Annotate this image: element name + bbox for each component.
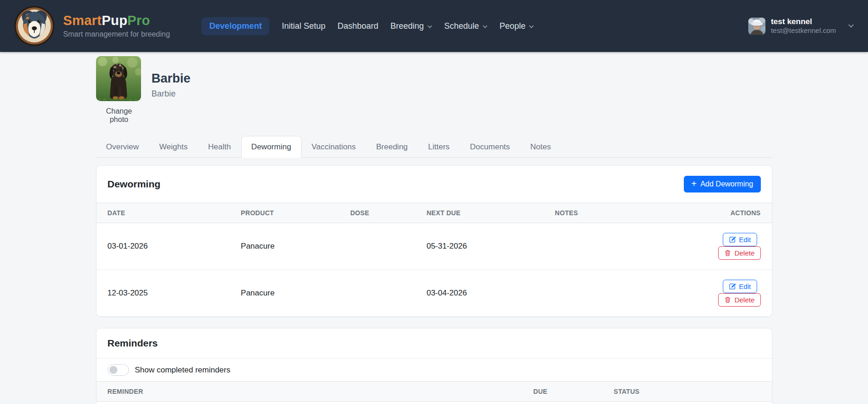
deworming-table: DATE PRODUCT DOSE NEXT DUE NOTES ACTIONS… bbox=[96, 203, 772, 316]
cell-product: Panacure bbox=[241, 270, 350, 317]
deworming-card-header: Deworming + Add Deworming bbox=[96, 166, 772, 203]
edit-label: Edit bbox=[739, 236, 751, 244]
user-avatar bbox=[748, 18, 765, 35]
nav-item-label: People bbox=[500, 21, 526, 31]
nav-item-label: Initial Setup bbox=[282, 21, 325, 31]
reminders-table: REMINDER DUE STATUS bbox=[96, 381, 772, 402]
deworming-row: 03-01-2026 Panacure 05-31-2026 Edit Dele… bbox=[96, 223, 772, 270]
deworming-title: Deworming bbox=[108, 179, 161, 190]
cell-date: 03-01-2026 bbox=[96, 223, 241, 270]
col-actions: ACTIONS bbox=[685, 203, 772, 223]
tab-deworming[interactable]: Deworming bbox=[241, 136, 302, 158]
edit-button[interactable]: Edit bbox=[723, 233, 757, 246]
tab-overview[interactable]: Overview bbox=[96, 136, 149, 158]
add-deworming-label: Add Deworming bbox=[701, 180, 753, 188]
brand-tagline: Smart management for breeding bbox=[63, 30, 170, 38]
tab-weights[interactable]: Weights bbox=[149, 136, 198, 158]
delete-label: Delete bbox=[734, 249, 754, 257]
brand-part-pup: Pup bbox=[102, 13, 127, 28]
brand[interactable]: SmartPupPro Smart management for breedin… bbox=[14, 6, 170, 46]
user-name: test kennel bbox=[771, 17, 836, 26]
deworming-header-row: DATE PRODUCT DOSE NEXT DUE NOTES ACTIONS bbox=[96, 203, 772, 223]
pet-subtitle: Barbie bbox=[152, 89, 191, 99]
pet-profile-header: Change photo Barbie Barbie bbox=[96, 56, 772, 124]
pet-name-block: Barbie Barbie bbox=[152, 56, 191, 124]
deworming-card: Deworming + Add Deworming DATE PRODUCT D… bbox=[96, 165, 772, 317]
cell-actions: Edit Delete bbox=[685, 223, 772, 270]
tab-litters[interactable]: Litters bbox=[418, 136, 460, 158]
add-deworming-button[interactable]: + Add Deworming bbox=[684, 176, 761, 192]
reminders-card-header: Reminders bbox=[96, 328, 772, 359]
tab-documents[interactable]: Documents bbox=[460, 136, 520, 158]
cell-next-due: 05-31-2026 bbox=[426, 223, 555, 270]
nav-item-label: Breeding bbox=[391, 21, 424, 31]
delete-button[interactable]: Delete bbox=[718, 293, 760, 307]
cell-dose bbox=[350, 270, 427, 317]
edit-button[interactable]: Edit bbox=[723, 280, 757, 293]
top-navbar: SmartPupPro Smart management for breedin… bbox=[0, 0, 868, 52]
nav-item-label: Dashboard bbox=[337, 21, 378, 31]
brand-name: SmartPupPro bbox=[63, 13, 170, 28]
reminders-header-row: REMINDER DUE STATUS bbox=[96, 382, 772, 402]
col-next-due: NEXT DUE bbox=[426, 203, 555, 223]
edit-label: Edit bbox=[739, 282, 751, 290]
pet-tabs: Overview Weights Health Deworming Vaccin… bbox=[96, 135, 772, 158]
tab-vaccinations[interactable]: Vaccinations bbox=[302, 136, 366, 158]
user-menu[interactable]: test kennel test@testkennel.com bbox=[748, 17, 854, 35]
cell-dose bbox=[350, 223, 427, 270]
col-due: DUE bbox=[534, 382, 614, 402]
pet-photo-column: Change photo bbox=[96, 56, 142, 124]
pencil-square-icon bbox=[729, 283, 736, 290]
nav-menu: Development Initial Setup Dashboard Bree… bbox=[201, 17, 534, 35]
chevron-down-icon bbox=[529, 25, 534, 28]
reminders-toggle-row: Show completed reminders bbox=[96, 359, 772, 381]
pet-photo bbox=[96, 56, 141, 101]
trash-icon bbox=[724, 250, 731, 257]
col-notes: NOTES bbox=[555, 203, 685, 223]
brand-part-smart: Smart bbox=[63, 13, 102, 28]
chevron-down-icon bbox=[427, 25, 432, 28]
reminders-title: Reminders bbox=[108, 338, 761, 349]
show-completed-label: Show completed reminders bbox=[135, 366, 231, 375]
environment-badge: Development bbox=[201, 17, 270, 35]
change-photo-button[interactable]: Change photo bbox=[96, 107, 142, 124]
user-texts: test kennel test@testkennel.com bbox=[771, 17, 836, 35]
delete-label: Delete bbox=[734, 296, 754, 304]
brand-text: SmartPupPro Smart management for breedin… bbox=[63, 13, 170, 38]
tab-notes[interactable]: Notes bbox=[520, 136, 561, 158]
chevron-down-icon bbox=[482, 25, 488, 28]
tab-breeding[interactable]: Breeding bbox=[366, 136, 418, 158]
tab-health[interactable]: Health bbox=[198, 136, 241, 158]
nav-item-schedule[interactable]: Schedule bbox=[444, 21, 488, 31]
trash-icon bbox=[724, 296, 731, 303]
brand-part-pro: Pro bbox=[128, 13, 150, 28]
col-date: DATE bbox=[96, 203, 241, 223]
pencil-square-icon bbox=[729, 236, 736, 243]
reminders-empty-body bbox=[96, 402, 772, 404]
nav-item-people[interactable]: People bbox=[500, 21, 534, 31]
delete-button[interactable]: Delete bbox=[718, 246, 760, 260]
cell-date: 12-03-2025 bbox=[96, 270, 241, 317]
col-reminder: REMINDER bbox=[96, 382, 534, 402]
nav-item-breeding[interactable]: Breeding bbox=[391, 21, 432, 31]
cell-notes bbox=[555, 270, 685, 317]
cell-product: Panacure bbox=[241, 223, 350, 270]
nav-item-label: Schedule bbox=[444, 21, 479, 31]
deworming-row: 12-03-2025 Panacure 03-04-2026 Edit Dele… bbox=[96, 270, 772, 317]
col-dose: DOSE bbox=[350, 203, 427, 223]
dog-logo-icon bbox=[14, 6, 55, 46]
nav-item-initial-setup[interactable]: Initial Setup bbox=[282, 21, 325, 31]
cell-next-due: 03-04-2026 bbox=[426, 270, 555, 317]
col-status: STATUS bbox=[614, 382, 772, 402]
pet-name: Barbie bbox=[152, 71, 191, 86]
cell-actions: Edit Delete bbox=[685, 270, 772, 317]
plus-icon: + bbox=[691, 179, 697, 188]
user-email: test@testkennel.com bbox=[771, 26, 836, 35]
nav-item-dashboard[interactable]: Dashboard bbox=[337, 21, 378, 31]
show-completed-toggle[interactable] bbox=[108, 364, 129, 376]
cell-notes bbox=[555, 223, 685, 270]
col-product: PRODUCT bbox=[241, 203, 350, 223]
reminders-card: Reminders Show completed reminders REMIN… bbox=[96, 328, 772, 404]
chevron-down-icon bbox=[848, 24, 854, 28]
